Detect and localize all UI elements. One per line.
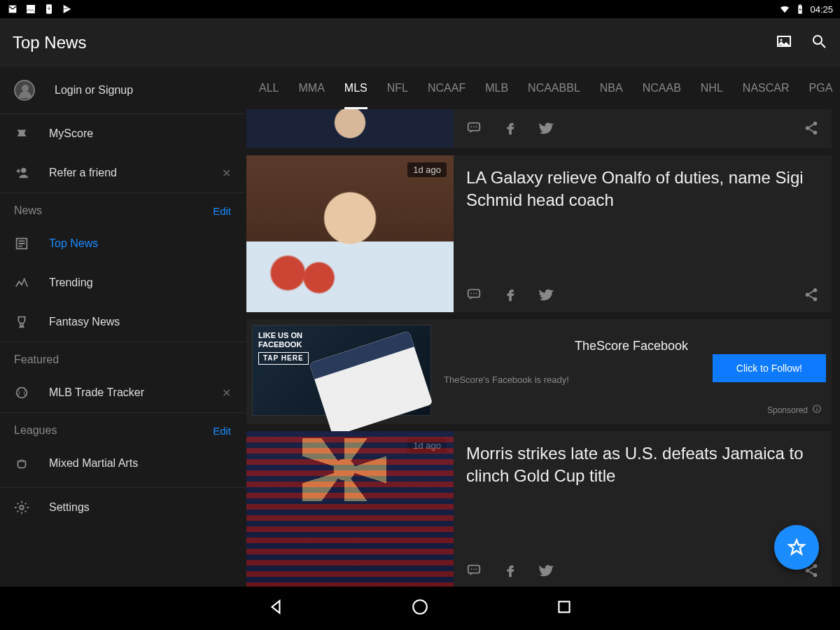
svg-point-12 bbox=[470, 126, 472, 127]
gear-icon bbox=[14, 500, 29, 515]
sidebar-refer[interactable]: Refer a friend ✕ bbox=[0, 153, 245, 192]
sidebar-fantasy[interactable]: Fantasy News bbox=[0, 302, 245, 342]
svg-point-9 bbox=[17, 388, 27, 398]
sidebar-login[interactable]: Login or Signup bbox=[0, 67, 245, 113]
play-icon bbox=[62, 4, 73, 15]
wifi-icon bbox=[779, 4, 790, 15]
tab-mls[interactable]: MLS bbox=[335, 67, 377, 109]
edit-button[interactable]: Edit bbox=[213, 205, 231, 217]
promo-banner-line1: LIKE US ON bbox=[258, 331, 309, 340]
sidebar-mlbtracker[interactable]: MLB Trade Tracker ✕ bbox=[0, 373, 245, 412]
svg-point-13 bbox=[473, 126, 475, 127]
back-button[interactable] bbox=[267, 598, 285, 619]
sidebar-item-label: Fantasy News bbox=[49, 316, 120, 328]
page-title: Top News bbox=[13, 33, 86, 52]
tab-ncaab[interactable]: NCAAB bbox=[633, 67, 691, 109]
twitter-icon[interactable] bbox=[539, 563, 554, 581]
score-icon bbox=[14, 126, 29, 141]
content-area: ALLMMAMLSNFLNCAAFMLBNCAABBLNBANCAABNHLNA… bbox=[245, 67, 840, 587]
news-card[interactable]: 1d ago Morris strikes late as U.S. defea… bbox=[246, 431, 832, 587]
svg-rect-0 bbox=[27, 5, 35, 13]
sidebar-settings[interactable]: Settings bbox=[0, 488, 245, 527]
sidebar-item-label: Settings bbox=[49, 501, 90, 514]
comment-icon[interactable] bbox=[466, 120, 482, 139]
trophy-icon bbox=[14, 314, 29, 330]
news-thumbnail: 1d ago bbox=[246, 155, 454, 312]
timestamp: 1d ago bbox=[407, 162, 447, 177]
facebook-icon[interactable] bbox=[503, 287, 518, 305]
tab-pga[interactable]: PGA bbox=[799, 67, 840, 109]
svg-point-30 bbox=[473, 568, 475, 570]
sidebar-item-label: Mixed Martial Arts bbox=[49, 457, 138, 470]
sidebar-trending[interactable]: Trending bbox=[0, 263, 245, 302]
share-icon[interactable] bbox=[804, 120, 819, 139]
close-icon[interactable]: ✕ bbox=[222, 167, 231, 180]
tab-nba[interactable]: NBA bbox=[590, 67, 633, 109]
tab-nascar[interactable]: NASCAR bbox=[733, 67, 799, 109]
recent-apps-button[interactable] bbox=[555, 598, 573, 619]
favorite-fab[interactable] bbox=[774, 525, 819, 570]
tab-ncaabbl[interactable]: NCAABBL bbox=[518, 67, 590, 109]
share-icon[interactable] bbox=[804, 287, 819, 305]
edit-button[interactable]: Edit bbox=[213, 425, 231, 437]
sponsored-label: Sponsored bbox=[767, 405, 808, 415]
news-card[interactable]: 1d ago LA Galaxy relieve Onalfo of dutie… bbox=[246, 155, 832, 312]
sponsored-card[interactable]: LIKE US ON FACEBOOK TAP HERE TheScore Fa… bbox=[246, 319, 832, 424]
comment-icon[interactable] bbox=[466, 563, 482, 581]
sport-tabs: ALLMMAMLSNFLNCAAFMLBNCAABBLNBANCAABNHLNA… bbox=[245, 67, 840, 109]
facebook-icon[interactable] bbox=[503, 120, 518, 139]
promo-thumbnail: LIKE US ON FACEBOOK TAP HERE bbox=[252, 325, 431, 416]
news-icon bbox=[14, 236, 29, 251]
sidebar-item-label: Top News bbox=[49, 237, 98, 250]
avatar-icon bbox=[14, 80, 35, 101]
svg-point-21 bbox=[476, 293, 477, 294]
twitter-icon[interactable] bbox=[539, 287, 554, 305]
svg-point-26 bbox=[816, 407, 817, 407]
tab-mma[interactable]: MMA bbox=[288, 67, 334, 109]
comment-icon[interactable] bbox=[466, 287, 482, 305]
info-icon[interactable] bbox=[812, 404, 822, 416]
svg-rect-27 bbox=[816, 408, 817, 411]
timestamp: 1d ago bbox=[407, 438, 447, 453]
tab-nfl[interactable]: NFL bbox=[377, 67, 418, 109]
facebook-icon[interactable] bbox=[503, 563, 518, 581]
star-icon bbox=[787, 538, 806, 557]
app-bar: Top News bbox=[0, 18, 840, 67]
sidebar-item-label: Refer a friend bbox=[49, 167, 117, 179]
gmail-icon bbox=[7, 4, 18, 15]
close-icon[interactable]: ✕ bbox=[222, 386, 231, 400]
photos-icon bbox=[25, 4, 36, 15]
tab-mlb[interactable]: MLB bbox=[475, 67, 518, 109]
promo-title: TheScore Facebook bbox=[444, 339, 819, 354]
news-feed[interactable]: 1d ago LA Galaxy relieve Onalfo of dutie… bbox=[245, 109, 840, 587]
svg-point-5 bbox=[780, 39, 783, 41]
svg-point-6 bbox=[813, 36, 822, 44]
clock-text: 04:25 bbox=[810, 4, 833, 15]
baseball-icon bbox=[14, 385, 29, 400]
tab-all[interactable]: ALL bbox=[249, 67, 288, 109]
download-icon bbox=[43, 4, 55, 15]
trending-icon bbox=[14, 275, 29, 290]
tab-ncaaf[interactable]: NCAAF bbox=[418, 67, 475, 109]
sidebar-myscore[interactable]: MyScore bbox=[0, 114, 245, 153]
sidebar-topnews[interactable]: Top News bbox=[0, 224, 245, 263]
sidebar-item-label: Login or Signup bbox=[55, 84, 133, 97]
gallery-icon[interactable] bbox=[776, 33, 792, 52]
home-button[interactable] bbox=[411, 598, 429, 619]
promo-tap-here: TAP HERE bbox=[258, 352, 309, 365]
follow-button[interactable]: Click to Follow! bbox=[713, 354, 826, 382]
add-friend-icon bbox=[14, 165, 29, 181]
news-card[interactable] bbox=[246, 109, 832, 148]
section-title: Featured bbox=[14, 354, 59, 366]
sidebar-item-label: MyScore bbox=[49, 127, 93, 140]
twitter-icon[interactable] bbox=[539, 120, 554, 139]
svg-rect-36 bbox=[559, 601, 569, 612]
section-title: News bbox=[14, 204, 42, 217]
news-thumbnail bbox=[246, 109, 454, 148]
sidebar-league-mma[interactable]: Mixed Martial Arts bbox=[0, 444, 245, 483]
search-icon[interactable] bbox=[811, 33, 827, 52]
news-thumbnail: 1d ago bbox=[246, 431, 454, 587]
tab-nhl[interactable]: NHL bbox=[691, 67, 733, 109]
section-title: Leagues bbox=[14, 424, 57, 437]
news-headline: Morris strikes late as U.S. defeats Jama… bbox=[466, 442, 819, 488]
